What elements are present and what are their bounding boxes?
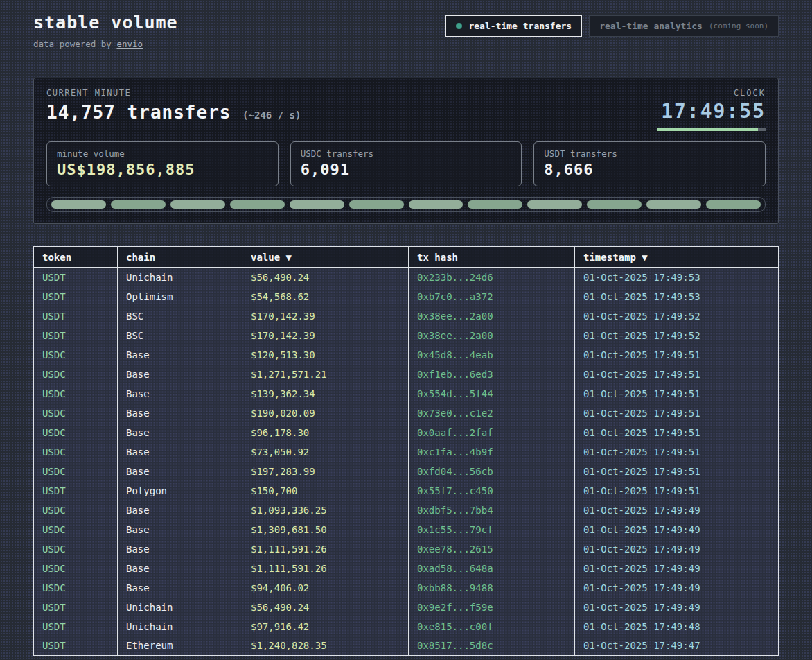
table-row[interactable]: USDCBase$120,513.300x45d8...4eab01-Oct-2…: [34, 345, 779, 365]
timestamp-cell: 01-Oct-2025 17:49:51: [575, 442, 779, 462]
timestamp-cell: 01-Oct-2025 17:49:51: [575, 481, 779, 501]
value-cell: $1,111,591.26: [242, 539, 409, 559]
table-row[interactable]: USDCBase$1,271,571.210xf1eb...6ed301-Oct…: [34, 365, 779, 384]
timestamp-cell: 01-Oct-2025 17:49:53: [575, 287, 779, 306]
txhash-cell: 0x55f7...c450: [409, 481, 575, 501]
volume-segment-bar: [46, 197, 766, 212]
txhash-cell: 0xc1fa...4b9f: [409, 442, 575, 462]
value-cell: $190,020.09: [242, 403, 409, 423]
table-row[interactable]: USDCBase$73,050.920xc1fa...4b9f01-Oct-20…: [34, 442, 779, 462]
txhash-cell: 0x9e2f...f59e: [409, 598, 575, 617]
timestamp-cell: 01-Oct-2025 17:49:51: [575, 462, 779, 481]
chain-cell: Base: [118, 442, 242, 462]
chain-cell: Base: [118, 539, 242, 559]
table-row[interactable]: USDTUnichain$97,916.420xe815...c00f01-Oc…: [34, 617, 779, 636]
token-cell: USDT: [34, 268, 118, 287]
volume-segment: [468, 200, 522, 209]
token-cell: USDC: [34, 423, 118, 442]
token-cell: USDT: [34, 306, 118, 326]
txhash-cell: 0x38ee...2a00: [409, 326, 575, 345]
live-dot-icon: [456, 23, 462, 29]
stats-top-row: CURRENT MINUTE 14,757 transfers (~246 / …: [46, 88, 766, 131]
table-row[interactable]: USDTOptimism$54,568.620xb7c0...a37201-Oc…: [34, 287, 779, 306]
column-header-timestamp[interactable]: timestamp ▼: [575, 247, 779, 268]
table-row[interactable]: USDCBase$139,362.340x554d...5f4401-Oct-2…: [34, 384, 779, 403]
token-cell: USDC: [34, 403, 118, 423]
table-row[interactable]: USDCBase$1,309,681.500x1c55...79cf01-Oct…: [34, 520, 779, 539]
volume-segment: [111, 200, 166, 209]
transfers-summary: CURRENT MINUTE 14,757 transfers (~246 / …: [46, 88, 301, 123]
volume-segment: [527, 200, 582, 209]
txhash-cell: 0x1c55...79cf: [409, 520, 575, 539]
stat-boxes: minute volume US$198,856,885 USDC transf…: [46, 141, 766, 186]
chain-cell: Base: [118, 520, 242, 539]
txhash-cell: 0x38ee...2a00: [409, 306, 575, 326]
column-header-chain[interactable]: chain: [118, 247, 242, 268]
volume-segment: [51, 200, 106, 209]
txhash-cell: 0xf1eb...6ed3: [409, 365, 575, 384]
txhash-cell: 0x554d...5f44: [409, 384, 575, 403]
value-cell: $170,142.39: [242, 326, 409, 345]
value-cell: $1,271,571.21: [242, 365, 409, 384]
column-header-token[interactable]: token: [34, 247, 118, 268]
volume-segment: [170, 200, 225, 209]
token-cell: USDT: [34, 636, 118, 656]
volume-segment: [290, 200, 344, 209]
value-cell: $96,178.30: [242, 423, 409, 442]
table-row[interactable]: USDCBase$96,178.300x0aaf...2faf01-Oct-20…: [34, 423, 779, 442]
table-row[interactable]: USDTPolygon$150,7000x55f7...c45001-Oct-2…: [34, 481, 779, 501]
txhash-cell: 0x73e0...c1e2: [409, 403, 575, 423]
txhash-cell: 0xb7c0...a372: [409, 287, 575, 306]
stat-label: minute volume: [57, 148, 268, 159]
column-header-value[interactable]: value ▼: [242, 247, 409, 268]
table-row[interactable]: USDCBase$1,111,591.260xee78...261501-Oct…: [34, 539, 779, 559]
value-cell: $56,490.24: [242, 268, 409, 287]
token-cell: USDC: [34, 520, 118, 539]
timestamp-cell: 01-Oct-2025 17:49:51: [575, 365, 779, 384]
token-cell: USDT: [34, 598, 118, 617]
chain-cell: BSC: [118, 326, 242, 345]
table-row[interactable]: USDTUnichain$56,490.240x233b...24d601-Oc…: [34, 268, 779, 287]
timestamp-cell: 01-Oct-2025 17:49:49: [575, 520, 779, 539]
timestamp-cell: 01-Oct-2025 17:49:51: [575, 403, 779, 423]
chain-cell: Base: [118, 559, 242, 578]
timestamp-cell: 01-Oct-2025 17:49:53: [575, 268, 779, 287]
table-row[interactable]: USDCBase$1,111,591.260xad58...648a01-Oct…: [34, 559, 779, 578]
volume-segment: [230, 200, 285, 209]
chain-cell: Base: [118, 345, 242, 365]
table-row[interactable]: USDCBase$94,406.020xbb88...948801-Oct-20…: [34, 578, 779, 598]
table-row[interactable]: USDTUnichain$56,490.240x9e2f...f59e01-Oc…: [34, 598, 779, 617]
stat-label: USDC transfers: [301, 148, 512, 159]
token-cell: USDC: [34, 442, 118, 462]
transfers-rate: (~246 / s): [242, 110, 301, 121]
value-cell: $1,093,336.25: [242, 501, 409, 520]
column-header-txhash[interactable]: tx hash: [409, 247, 575, 268]
token-cell: USDT: [34, 326, 118, 345]
page: stable volume data powered by envio real…: [0, 0, 812, 660]
txhash-cell: 0xee78...2615: [409, 539, 575, 559]
chain-cell: Base: [118, 384, 242, 403]
clock-block: CLOCK 17:49:55: [657, 88, 766, 131]
value-cell: $139,362.34: [242, 384, 409, 403]
txhash-cell: 0xe815...c00f: [409, 617, 575, 636]
value-cell: $170,142.39: [242, 306, 409, 326]
chain-cell: Base: [118, 578, 242, 598]
timestamp-cell: 01-Oct-2025 17:49:47: [575, 636, 779, 656]
table-row[interactable]: USDTBSC$170,142.390x38ee...2a0001-Oct-20…: [34, 306, 779, 326]
tab-real-time-transfers[interactable]: real-time transfers: [445, 15, 582, 37]
table-row[interactable]: USDCBase$190,020.090x73e0...c1e201-Oct-2…: [34, 403, 779, 423]
tab-real-time-analytics[interactable]: real-time analytics (coming soon): [589, 15, 779, 37]
clock-time: 17:49:55: [657, 100, 766, 123]
usdc-transfers-box: USDC transfers 6,091: [290, 141, 522, 186]
envio-link[interactable]: envio: [116, 39, 143, 49]
timestamp-cell: 01-Oct-2025 17:49:52: [575, 326, 779, 345]
table-row[interactable]: USDCBase$1,093,336.250xdbf5...7bb401-Oct…: [34, 501, 779, 520]
txhash-cell: 0xdbf5...7bb4: [409, 501, 575, 520]
table-row[interactable]: USDCBase$197,283.990xfd04...56cb01-Oct-2…: [34, 462, 779, 481]
minute-volume-box: minute volume US$198,856,885: [46, 141, 279, 186]
volume-segment: [409, 200, 464, 209]
transfers-count: 14,757 transfers (~246 / s): [46, 102, 301, 123]
table-row[interactable]: USDTBSC$170,142.390x38ee...2a0001-Oct-20…: [34, 326, 779, 345]
table-row[interactable]: USDTEthereum$1,240,828.350x8517...5d8c01…: [34, 636, 779, 656]
txhash-cell: 0x8517...5d8c: [409, 636, 575, 656]
